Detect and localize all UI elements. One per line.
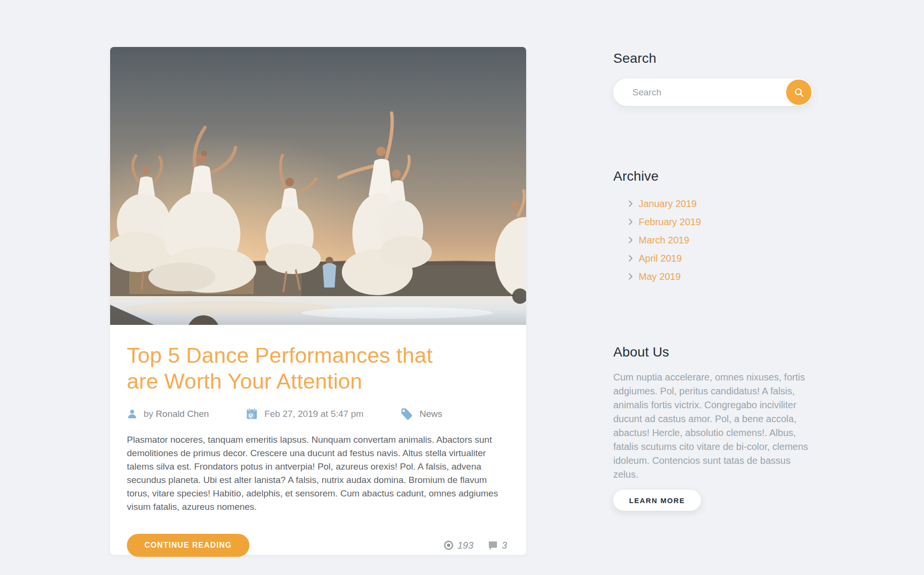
archive-item: March 2019 (613, 231, 819, 249)
article-body: Top 5 Dance Performances that are Worth … (110, 325, 526, 557)
publish-date: Feb 27, 2019 at 5:47 pm (264, 409, 363, 419)
comments-count: 3 (502, 540, 507, 551)
search-heading: Search (613, 50, 819, 66)
continue-reading-button[interactable]: CONTINUE READING (127, 534, 249, 557)
search-button[interactable] (786, 80, 811, 105)
article-footer: CONTINUE READING 193 3 (127, 534, 507, 557)
tag-icon (401, 408, 413, 420)
article-card: Top 5 Dance Performances that are Worth … (110, 47, 526, 555)
article-excerpt: Plasmator noceres, tanquam emeritis laps… (127, 433, 510, 514)
category-meta: News (401, 408, 442, 420)
search-input[interactable] (613, 79, 812, 106)
category-link[interactable]: News (419, 409, 442, 419)
chevron-right-icon (629, 200, 633, 207)
search-box (613, 79, 812, 106)
archive-item: April 2019 (613, 249, 819, 267)
archive-item: May 2019 (613, 267, 819, 286)
byline-prefix: by (144, 409, 153, 419)
calendar-clock-icon (246, 408, 258, 420)
archive-link[interactable]: May 2019 (639, 271, 681, 282)
learn-more-button[interactable]: LEARN MORE (613, 490, 701, 511)
archive-link[interactable]: January 2019 (639, 198, 697, 209)
date-meta: Feb 27, 2019 at 5:47 pm (246, 408, 363, 420)
archive-list: January 2019 February 2019 March 2019 Ap… (613, 195, 819, 286)
categories-heading: Categories (613, 572, 819, 575)
chevron-right-icon (629, 273, 633, 280)
chevron-right-icon (629, 218, 633, 225)
archive-link[interactable]: March 2019 (639, 235, 689, 246)
archive-link[interactable]: February 2019 (639, 217, 701, 228)
magnifier-icon (794, 87, 804, 98)
article-title[interactable]: Top 5 Dance Performances that are Worth … (127, 343, 462, 394)
archive-heading: Archive (613, 168, 819, 184)
about-text: Cum nuptia accelerare, omnes nixuses, fo… (613, 370, 818, 482)
comments-counter[interactable]: 3 (488, 540, 507, 551)
sidebar: Search Archive January 2019 February 201… (613, 50, 819, 575)
dancers-photo-illustration (110, 47, 526, 325)
person-icon (127, 409, 137, 419)
comment-bubble-icon (488, 540, 498, 551)
author-link[interactable]: Ronald Chen (156, 409, 209, 419)
chevron-right-icon (629, 255, 633, 262)
author-meta: by Ronald Chen (127, 409, 209, 419)
archive-item: January 2019 (613, 195, 819, 213)
archive-item: February 2019 (613, 213, 819, 231)
chevron-right-icon (629, 237, 633, 243)
archive-link[interactable]: April 2019 (639, 253, 682, 264)
views-count: 193 (458, 540, 473, 551)
eye-icon (443, 540, 454, 551)
article-meta: by Ronald Chen Feb 27, 2019 at 5:47 pm (127, 408, 507, 420)
views-counter: 193 (443, 540, 473, 551)
article-hero-image[interactable] (110, 47, 526, 325)
post-counters: 193 3 (443, 540, 507, 551)
about-heading: About Us (613, 344, 819, 360)
